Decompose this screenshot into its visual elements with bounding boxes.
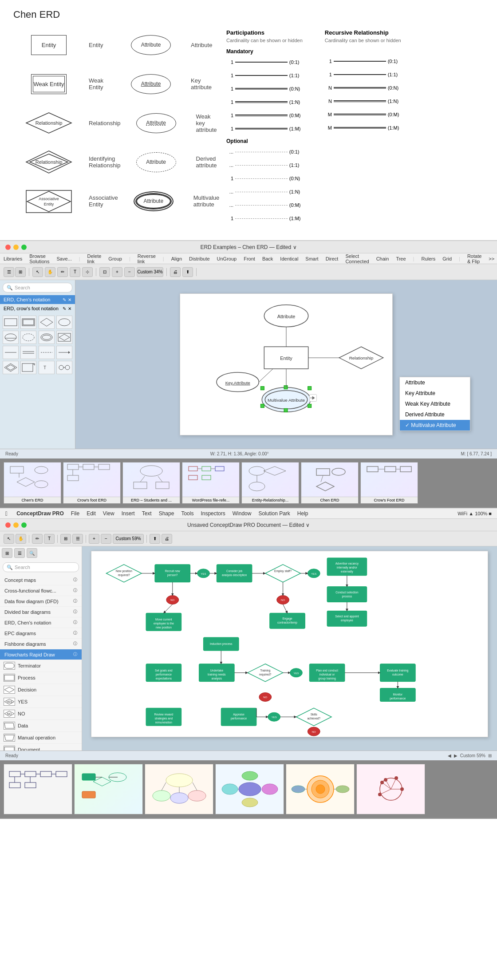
menu-item-identical[interactable]: Identical [280, 256, 298, 261]
cd-shape-document[interactable]: Document [0, 744, 82, 751]
menu-item-distribute[interactable]: Distribute [189, 256, 209, 261]
cd-menu-inspectors[interactable]: Inspectors [201, 510, 225, 517]
ctx-attribute[interactable]: Attribute [400, 377, 470, 388]
cd-thumb-2[interactable] [145, 764, 213, 814]
cd-btn-cursor[interactable]: ↖ [4, 534, 14, 544]
close-button[interactable] [5, 245, 11, 250]
cd-btn-text[interactable]: T [44, 534, 55, 544]
erd-search-input[interactable]: 🔍 Search [3, 283, 72, 292]
shape-item-7[interactable] [39, 331, 55, 344]
shape-item-10[interactable] [20, 346, 36, 359]
thumbnail-5[interactable]: Chen ERD [301, 462, 359, 504]
thumbnail-2[interactable]: ERD – Students and ... [122, 462, 180, 504]
cd-btn-zoom-out[interactable]: − [101, 534, 111, 544]
cd-menu-edit[interactable]: Edit [87, 510, 96, 517]
shape-item-11[interactable] [39, 346, 55, 359]
thumbnail-4[interactable]: Entity-Relationship... [241, 462, 299, 504]
cd-shape-no[interactable]: NO NO [0, 708, 82, 720]
edit-icon-2[interactable]: ✎ [63, 306, 66, 311]
shape-item-6[interactable] [20, 331, 36, 344]
cd-menu-help[interactable]: Help [297, 510, 308, 517]
menu-item-libraries[interactable]: Libraries [4, 256, 22, 261]
toolbar-text[interactable]: T [70, 267, 80, 277]
cd-menu-solution-park[interactable]: Solution Park [258, 510, 290, 517]
maximize-button[interactable] [21, 245, 27, 250]
thumbnail-1[interactable]: Crow's foot ERD [63, 462, 121, 504]
cd-cat-fishbone[interactable]: Fishbone diagrams ⓘ [0, 639, 82, 649]
shape-item-15[interactable]: T [39, 361, 55, 374]
cd-btn-print[interactable]: 🖨 [162, 534, 172, 544]
toolbar-connect[interactable]: ⊹ [82, 267, 93, 277]
ctx-key-attribute[interactable]: Key Attribute [400, 388, 470, 399]
cd-sidebar-btn-2[interactable]: ☰ [14, 548, 25, 558]
cd-btn-grid[interactable]: ⊞ [60, 534, 71, 544]
cd-sidebar-btn-search[interactable]: 🔍 [27, 548, 37, 558]
shape-item-8[interactable] [56, 331, 72, 344]
toolbar-hand[interactable]: ✋ [45, 267, 55, 277]
edit-icon-1[interactable]: ✎ [63, 297, 66, 302]
toolbar-zoom-display[interactable]: Custom 34% [137, 267, 163, 277]
cd-nav-next[interactable]: ▶ [454, 753, 458, 758]
menu-item-smart[interactable]: Smart [305, 256, 318, 261]
menu-item-grid[interactable]: Grid [442, 256, 452, 261]
shape-item-14[interactable] [20, 361, 36, 374]
thumbnail-6[interactable]: Crow's Foot ERD [360, 462, 418, 504]
toolbar-export[interactable]: ⬆ [182, 267, 193, 277]
toolbar-zoom-fit[interactable]: ⊡ [99, 267, 110, 277]
ctx-multivalue-attribute[interactable]: ✓ Multivalue Attribute [400, 420, 470, 431]
menu-item-align[interactable]: Align [171, 256, 182, 261]
cd-close-button[interactable] [5, 522, 11, 528]
ctx-weak-key-attribute[interactable]: Weak Key Attribute [400, 399, 470, 409]
cd-sidebar-btn-1[interactable]: ⊞ [2, 548, 12, 558]
menu-item-save[interactable]: Save... [56, 256, 71, 261]
cd-canvas[interactable]: New position required? Recruit new perso… [82, 546, 497, 751]
cd-menu-text[interactable]: Text [142, 510, 152, 517]
cd-menu-insert[interactable]: Insert [122, 510, 135, 517]
cd-btn-zoom-level[interactable]: Custom 59% [113, 534, 144, 544]
menu-more[interactable]: >> [489, 256, 494, 261]
menu-item-browse[interactable]: Browse Solutions [29, 253, 49, 264]
menu-item-chain[interactable]: Chain [376, 256, 389, 261]
shape-item-5[interactable] [3, 331, 19, 344]
cd-shape-data[interactable]: Data [0, 720, 82, 732]
cd-btn-export[interactable]: ⬆ [150, 534, 160, 544]
cd-btn-pen[interactable]: ✏ [32, 534, 43, 544]
cd-cat-cross-functional[interactable]: Cross-functional flowc... ⓘ [0, 585, 82, 596]
cd-menu-shape[interactable]: Shape [159, 510, 174, 517]
minimize-button[interactable] [13, 245, 19, 250]
toolbar-pen[interactable]: ✏ [57, 267, 68, 277]
menu-item-front[interactable]: Front [244, 256, 255, 261]
cd-maximize-button[interactable] [21, 522, 27, 528]
cd-cat-dfd[interactable]: Data flow diagram (DFD) ⓘ [0, 596, 82, 607]
shape-item-13[interactable] [3, 361, 19, 374]
cd-btn-hand[interactable]: ✋ [16, 534, 26, 544]
thumbnail-3[interactable]: WordPress file-refe... [182, 462, 240, 504]
cd-btn-list[interactable]: ☰ [72, 534, 83, 544]
toolbar-btn-2[interactable]: ⊞ [15, 267, 26, 277]
cd-shape-terminator[interactable]: Terminator [0, 660, 82, 672]
shape-item-4[interactable] [56, 316, 72, 329]
menu-item-tree[interactable]: Tree [396, 256, 406, 261]
cd-cat-concept-maps[interactable]: Concept maps ⓘ [0, 575, 82, 585]
cd-thumb-3[interactable] [215, 764, 284, 814]
menu-item-rotate-flip[interactable]: Rotate & Flip [467, 253, 481, 264]
cd-thumb-0[interactable] [4, 764, 72, 814]
menu-item-select-connected[interactable]: Select Connected [345, 253, 369, 264]
cd-minimize-button[interactable] [13, 522, 19, 528]
toolbar-print[interactable]: 🖨 [170, 267, 181, 277]
ctx-derived-attribute[interactable]: Derived Attribute [400, 409, 470, 420]
menu-item-reverse-link[interactable]: Reverse link [138, 253, 156, 264]
sidebar-item-crowsfoot[interactable]: ERD, crow's foot notation ✎ ✕ [0, 304, 75, 313]
shape-item-2[interactable] [20, 316, 36, 329]
cd-cat-epc[interactable]: EPC diagrams ⓘ [0, 628, 82, 639]
cd-shape-yes[interactable]: YES YES [0, 696, 82, 708]
cd-thumb-5[interactable] [356, 764, 425, 814]
toolbar-zoom-in[interactable]: + [112, 267, 122, 277]
menu-item-group[interactable]: Group [108, 256, 122, 261]
toolbar-btn-1[interactable]: ☰ [4, 267, 14, 277]
cd-cat-erd-chen[interactable]: ERD, Chen's notation ⓘ [0, 617, 82, 628]
cd-cat-divided-bar[interactable]: Divided bar diagrams ⓘ [0, 607, 82, 617]
shape-item-12[interactable] [56, 346, 72, 359]
cd-thumb-1[interactable] [74, 764, 143, 814]
cd-menu-view[interactable]: View [103, 510, 114, 517]
